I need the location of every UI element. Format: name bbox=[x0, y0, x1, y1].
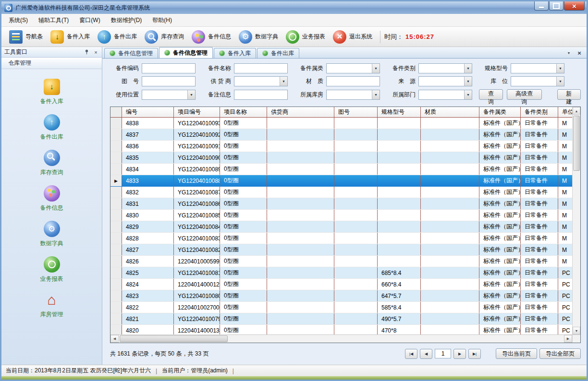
toolbar-button[interactable]: 退出系统 bbox=[329, 29, 376, 45]
sidebar-group-header[interactable]: 仓库管理 bbox=[1, 58, 102, 69]
pin-icon[interactable] bbox=[84, 49, 90, 55]
menu-item[interactable]: 数据维护(D) bbox=[106, 14, 147, 27]
field-input[interactable] bbox=[234, 90, 288, 100]
table-row[interactable]: 4832YG122040100870型圈标准件（国产）日常备件M bbox=[110, 187, 572, 198]
table-row[interactable]: 4827YG122040100820型圈标准件（国产）日常备件M bbox=[110, 244, 572, 256]
field-input[interactable] bbox=[326, 76, 380, 86]
tool-window-close-icon[interactable] bbox=[93, 49, 99, 55]
page-number-input[interactable] bbox=[435, 349, 451, 358]
next-page-button[interactable]: ▶ bbox=[453, 349, 466, 359]
prev-page-button[interactable]: ◀ bbox=[420, 349, 432, 359]
tab[interactable]: 备件信息管理 bbox=[104, 48, 158, 58]
menu-item[interactable]: 系统(S) bbox=[3, 14, 33, 27]
field-select[interactable] bbox=[142, 90, 196, 100]
table-cell bbox=[267, 279, 334, 290]
table-row[interactable]: 4837YG122040100920型圈标准件（国产）日常备件M bbox=[110, 129, 572, 141]
export-all-pages-button[interactable]: 导出全部页 bbox=[539, 348, 581, 359]
table-row[interactable]: 482412204014000120型圈660*8.4标准件（国产）日常备件PC bbox=[110, 279, 572, 290]
table-row[interactable]: 4831YG122040100860型圈标准件（国产）日常备件M bbox=[110, 198, 572, 210]
advanced-query-button[interactable]: 高级查询 bbox=[507, 89, 542, 100]
field-label: 所属部门 bbox=[387, 91, 416, 99]
table-row[interactable]: 4821YG122040100790型圈490*5.7标准件（国产）日常备件PC bbox=[110, 313, 572, 325]
horizontal-scroll-thumb[interactable] bbox=[120, 335, 228, 342]
column-header[interactable]: 备件类别 bbox=[521, 107, 558, 117]
toolbar-button[interactable]: 备件出库 bbox=[94, 29, 141, 45]
table-cell: 日常备件 bbox=[521, 244, 558, 255]
field-select[interactable] bbox=[418, 63, 472, 73]
tab-close-icon[interactable] bbox=[576, 49, 583, 56]
field-input[interactable] bbox=[142, 63, 196, 73]
toolbar-button[interactable]: 数据字典 bbox=[235, 29, 282, 45]
export-current-page-button[interactable]: 导出当前页 bbox=[496, 348, 537, 359]
field-select[interactable] bbox=[234, 76, 288, 86]
table-cell bbox=[378, 129, 421, 140]
table-row[interactable]: 4825YG122040100810型圈685*8.4标准件（国产）日常备件PC bbox=[110, 267, 572, 279]
sidebar-item[interactable]: 库房管理 bbox=[1, 287, 102, 322]
field-select[interactable] bbox=[326, 63, 380, 73]
scroll-up-icon[interactable] bbox=[573, 107, 580, 115]
menu-item[interactable]: 窗口(W) bbox=[74, 14, 105, 27]
table-row[interactable]: 4830YG122040100850型圈标准件（国产）日常备件M bbox=[110, 210, 572, 221]
field-input[interactable] bbox=[142, 76, 196, 86]
menu-item[interactable]: 帮助(H) bbox=[147, 14, 177, 27]
table-row[interactable]: 4838YG122040100930型圈标准件（国产）日常备件M bbox=[110, 118, 572, 129]
table-row[interactable]: 4829YG122040100840型圈标准件（国产）日常备件M bbox=[110, 221, 572, 233]
close-button[interactable] bbox=[564, 1, 585, 11]
tab[interactable]: 备件入库 bbox=[214, 48, 256, 58]
column-header[interactable]: 项目编号 bbox=[174, 107, 220, 117]
field-select[interactable] bbox=[511, 76, 564, 86]
new-button[interactable]: 新建 bbox=[557, 89, 581, 100]
vertical-scrollbar[interactable] bbox=[572, 107, 580, 334]
column-header[interactable]: 供货商 bbox=[267, 107, 334, 117]
field-select[interactable] bbox=[326, 90, 380, 100]
field-select[interactable] bbox=[511, 63, 564, 73]
last-page-button[interactable]: ▶| bbox=[468, 349, 481, 359]
query-button[interactable]: 查询 bbox=[479, 89, 503, 100]
table-row[interactable]: ▶4833YG122040100880型圈标准件（国产）日常备件M bbox=[110, 175, 572, 187]
sidebar-item[interactable]: 业务报表 bbox=[1, 251, 102, 287]
toolbar-button[interactable]: 导航条 bbox=[5, 29, 47, 45]
column-header[interactable]: 单位 bbox=[558, 107, 572, 117]
tab[interactable]: 备件信息管理 bbox=[159, 47, 213, 58]
table-row[interactable]: 4836YG122040100910型圈标准件（国产）日常备件M bbox=[110, 141, 572, 152]
tab-list-dropdown-icon[interactable] bbox=[565, 49, 572, 56]
table-row[interactable]: 4835YG122040100900型圈标准件（国产）日常备件M bbox=[110, 152, 572, 164]
vertical-scroll-thumb[interactable] bbox=[573, 116, 580, 171]
horizontal-scroll-track[interactable] bbox=[119, 335, 564, 343]
toolbar-button[interactable]: 库存查询 bbox=[141, 29, 188, 45]
table-row[interactable]: 4834YG122040100890型圈标准件（国产）日常备件M bbox=[110, 164, 572, 175]
field-select[interactable] bbox=[418, 90, 472, 100]
table-row[interactable]: 4823YG122040100800型圈647*5.7标准件（国产）日常备件PC bbox=[110, 290, 572, 302]
maximize-button[interactable] bbox=[549, 1, 564, 11]
table-row[interactable]: 4828YG122040100830型圈标准件（国产）日常备件M bbox=[110, 233, 572, 244]
field-input[interactable] bbox=[234, 63, 288, 73]
scroll-down-icon[interactable] bbox=[573, 327, 580, 334]
table-row[interactable]: 482612204010005990型圈标准件（国产）日常备件M bbox=[110, 256, 572, 267]
scroll-right-icon[interactable] bbox=[564, 335, 572, 343]
minimize-button[interactable] bbox=[534, 1, 549, 11]
first-page-button[interactable]: |◀ bbox=[405, 349, 417, 359]
vertical-scroll-track[interactable] bbox=[573, 115, 580, 327]
table-row[interactable]: 482012204014000130型圈470*8标准件（国产）日常备件PC bbox=[110, 325, 572, 334]
column-header[interactable]: 材质 bbox=[421, 107, 479, 117]
column-header[interactable]: 规格型号 bbox=[378, 107, 421, 117]
scroll-left-icon[interactable] bbox=[110, 335, 119, 343]
tab[interactable]: 备件出库 bbox=[257, 48, 299, 58]
table-cell: YG12204010091 bbox=[174, 141, 220, 152]
toolbar-button[interactable]: 备件入库 bbox=[47, 29, 94, 45]
toolbar-button[interactable]: 业务报表 bbox=[282, 29, 329, 45]
sidebar-item[interactable]: 备件出库 bbox=[1, 109, 102, 145]
table-row[interactable]: 482212204010027000型圈585*8.4标准件（国产）日常备件PC bbox=[110, 302, 572, 313]
sidebar-item[interactable]: 数据字典 bbox=[1, 216, 102, 251]
field-select[interactable] bbox=[418, 76, 472, 86]
column-header[interactable]: 编号 bbox=[122, 107, 174, 117]
toolbar-button[interactable]: 备件信息 bbox=[188, 29, 235, 45]
sidebar-item[interactable]: 库存查询 bbox=[1, 145, 102, 180]
horizontal-scrollbar[interactable] bbox=[110, 335, 572, 343]
column-header[interactable]: 项目名称 bbox=[220, 107, 267, 117]
menu-item[interactable]: 辅助工具(T) bbox=[33, 14, 74, 27]
sidebar-item[interactable]: 备件信息 bbox=[1, 180, 102, 216]
sidebar-item[interactable]: 备件入库 bbox=[1, 74, 102, 109]
column-header[interactable]: 备件属类 bbox=[479, 107, 521, 117]
column-header[interactable]: 图号 bbox=[334, 107, 378, 117]
